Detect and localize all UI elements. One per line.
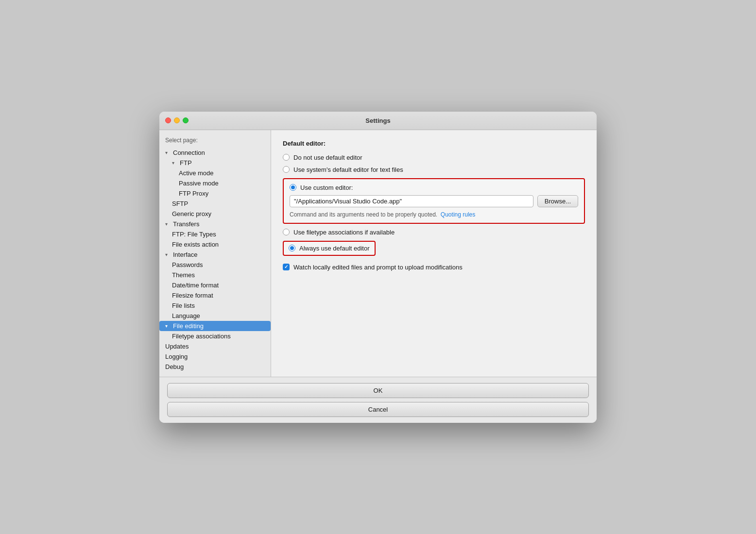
sidebar-item-label: Active mode [179, 169, 214, 177]
option-label-always-use: Always use default editor [299, 245, 370, 252]
browse-button[interactable]: Browse... [537, 195, 578, 207]
option-label-filetype-assoc: Use filetype associations if available [293, 229, 395, 236]
sidebar-item-label: FTP Proxy [179, 190, 208, 197]
sidebar-item-label: Connection [173, 149, 205, 156]
sidebar-item-passwords[interactable]: Passwords [159, 260, 271, 270]
sidebar-item-label: Updates [165, 343, 189, 350]
sidebar-item-ftp-file-types[interactable]: FTP: File Types [159, 229, 271, 239]
sidebar-item-debug[interactable]: Debug [159, 362, 271, 372]
radio-filetype-assoc[interactable] [283, 229, 290, 235]
sidebar-item-passive-mode[interactable]: Passive mode [159, 178, 271, 188]
sidebar-item-label: FTP: File Types [172, 231, 216, 238]
chevron-down-icon: ▾ [165, 221, 171, 227]
sidebar-item-updates[interactable]: Updates [159, 341, 271, 351]
option-label-system-default: Use system's default editor for text fil… [293, 166, 403, 173]
sidebar-item-interface[interactable]: ▾ Interface [159, 250, 271, 260]
cancel-button[interactable]: Cancel [167, 402, 589, 417]
chevron-down-icon: ▾ [165, 150, 171, 155]
option-label-no-default: Do not use default editor [293, 154, 362, 161]
radio-always-use[interactable] [289, 245, 295, 251]
titlebar: Settings [159, 112, 597, 130]
watch-files-checkbox[interactable]: ✓ [283, 264, 290, 270]
sidebar-item-transfers[interactable]: ▾ Transfers [159, 219, 271, 229]
option-label-custom-editor: Use custom editor: [300, 184, 353, 191]
sidebar-item-label: FTP [180, 159, 192, 167]
chevron-down-icon: ▾ [165, 323, 171, 329]
window-title: Settings [365, 117, 390, 124]
always-use-box: Always use default editor [283, 241, 376, 256]
watch-files-row: ✓ Watch locally edited files and prompt … [283, 264, 585, 271]
sidebar-item-label: Filetype associations [172, 333, 231, 340]
bottom-bar: OK Cancel [159, 377, 597, 423]
radio-custom-editor[interactable] [290, 184, 296, 191]
sidebar-item-ftp-proxy[interactable]: FTP Proxy [159, 188, 271, 199]
close-button[interactable] [165, 117, 171, 123]
sidebar-item-logging[interactable]: Logging [159, 351, 271, 362]
sidebar-item-label: Debug [165, 363, 184, 370]
sidebar-item-label: File lists [172, 302, 195, 309]
option-row-system-default: Use system's default editor for text fil… [283, 166, 585, 173]
sidebar-item-connection[interactable]: ▾ Connection [159, 148, 271, 158]
sidebar-item-filesize-format[interactable]: Filesize format [159, 290, 271, 300]
traffic-lights [165, 117, 189, 123]
option-row-filetype-assoc: Use filetype associations if available [283, 229, 585, 236]
sidebar-item-datetime-format[interactable]: Date/time format [159, 280, 271, 290]
sidebar-item-sftp[interactable]: SFTP [159, 199, 271, 209]
custom-editor-box: Use custom editor: Browse... Command and… [283, 178, 585, 224]
option-row-custom-editor: Use custom editor: [290, 184, 578, 191]
watch-files-label: Watch locally edited files and prompt to… [293, 264, 463, 271]
maximize-button[interactable] [183, 117, 189, 123]
radio-no-default[interactable] [283, 154, 290, 161]
sidebar-item-label: File exists action [172, 241, 219, 248]
radio-system-default[interactable] [283, 166, 290, 173]
quoting-rules-link[interactable]: Quoting rules [441, 211, 475, 218]
main-content: Select page: ▾ Connection ▾ FTP Active m… [159, 130, 597, 377]
sidebar-item-label: File editing [173, 322, 204, 330]
sidebar-item-label: Logging [165, 353, 188, 360]
quote-info: Command and its arguments need to be pro… [290, 211, 578, 218]
select-page-label: Select page: [159, 135, 271, 148]
quote-info-text: Command and its arguments need to be pro… [290, 211, 437, 218]
sidebar-item-label: Passwords [172, 261, 203, 268]
sidebar-item-ftp[interactable]: ▾ FTP [159, 158, 271, 168]
minimize-button[interactable] [174, 117, 180, 123]
section-title: Default editor: [283, 140, 585, 147]
sidebar-item-label: Language [172, 312, 200, 319]
sidebar-item-label: Passive mode [179, 180, 219, 187]
right-panel: Default editor: Do not use default edito… [271, 130, 597, 377]
chevron-down-icon: ▾ [172, 160, 178, 166]
sidebar: Select page: ▾ Connection ▾ FTP Active m… [159, 130, 271, 377]
sidebar-scroll: ▾ Connection ▾ FTP Active mode Passive m… [159, 148, 271, 372]
sidebar-item-label: Date/time format [172, 282, 219, 289]
editor-input-row: Browse... [290, 195, 578, 207]
sidebar-item-active-mode[interactable]: Active mode [159, 168, 271, 178]
sidebar-item-label: Filesize format [172, 292, 213, 299]
sidebar-item-label: Transfers [173, 220, 199, 228]
sidebar-item-label: Interface [173, 251, 198, 258]
checkmark-icon: ✓ [284, 265, 288, 269]
ok-button[interactable]: OK [167, 383, 589, 398]
chevron-down-icon: ▾ [165, 252, 171, 257]
editor-path-input[interactable] [290, 195, 533, 207]
sidebar-item-label: Generic proxy [172, 210, 211, 217]
sidebar-item-file-lists[interactable]: File lists [159, 300, 271, 311]
sidebar-item-generic-proxy[interactable]: Generic proxy [159, 209, 271, 219]
sidebar-item-filetype-associations[interactable]: Filetype associations [159, 331, 271, 341]
sidebar-item-language[interactable]: Language [159, 311, 271, 321]
sidebar-item-label: SFTP [172, 200, 188, 207]
sidebar-item-themes[interactable]: Themes [159, 270, 271, 280]
settings-window: Settings Select page: ▾ Connection ▾ FTP… [159, 112, 597, 423]
sidebar-item-file-exists-action[interactable]: File exists action [159, 239, 271, 250]
sidebar-item-file-editing[interactable]: ▾ File editing [159, 321, 271, 331]
option-row-no-default: Do not use default editor [283, 154, 585, 161]
sidebar-item-label: Themes [172, 271, 195, 279]
